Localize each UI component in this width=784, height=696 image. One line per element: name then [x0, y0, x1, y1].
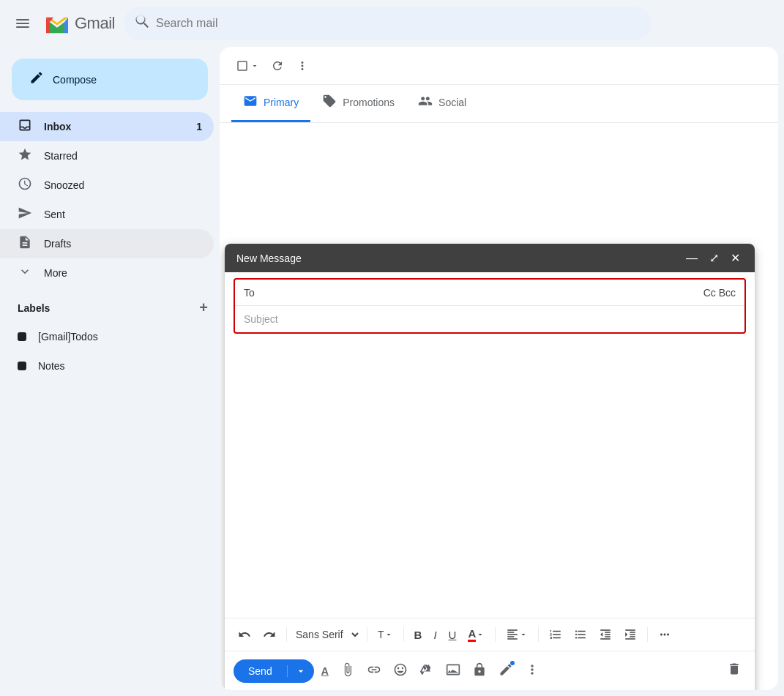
font-size-button[interactable]: T	[373, 626, 397, 643]
compose-minimize-button[interactable]: —	[683, 250, 701, 266]
format-text-button[interactable]: A	[317, 661, 333, 681]
labels-section: Labels + [Gmail]Todos Notes	[0, 288, 220, 386]
redo-button[interactable]	[258, 625, 280, 644]
fmt-sep-2	[367, 627, 367, 642]
select-all-button[interactable]	[231, 56, 264, 75]
pencil-icon	[29, 70, 44, 89]
to-input[interactable]	[264, 287, 703, 299]
svg-rect-0	[16, 19, 29, 20]
to-label: To	[244, 287, 258, 299]
font-color-button[interactable]: A	[463, 624, 489, 645]
label-gmail-todos[interactable]: [Gmail]Todos	[0, 322, 220, 351]
refresh-button[interactable]	[266, 55, 288, 77]
emoji-button[interactable]	[389, 658, 412, 684]
compose-header-buttons: — ⤢ ✕	[683, 250, 743, 266]
menu-button[interactable]	[12, 12, 34, 34]
search-icon	[135, 15, 150, 33]
send-button[interactable]: Send	[234, 659, 314, 683]
align-button[interactable]	[501, 625, 532, 644]
sidebar-item-inbox[interactable]: Inbox 1	[0, 112, 214, 141]
numbered-list-button[interactable]	[545, 625, 567, 644]
inbox-badge: 1	[196, 121, 202, 132]
clock-icon	[18, 176, 32, 195]
send-dropdown-button[interactable]	[287, 665, 314, 677]
email-toolbar	[220, 47, 778, 85]
tab-social-label: Social	[438, 97, 466, 108]
search-bar	[124, 7, 651, 40]
snoozed-label: Snoozed	[44, 179, 202, 191]
main-layout: Compose Inbox 1 Starred	[0, 47, 784, 696]
svg-rect-1	[16, 23, 29, 24]
fmt-sep-5	[538, 627, 539, 642]
compose-fields: To Cc Bcc	[234, 278, 746, 334]
delete-compose-button[interactable]	[723, 657, 746, 684]
more-label: More	[44, 267, 202, 279]
label-dot-notes	[18, 362, 26, 370]
sidebar-item-drafts[interactable]: Drafts	[0, 229, 214, 258]
tab-promotions[interactable]: Promotions	[310, 85, 406, 122]
search-input[interactable]	[156, 17, 639, 30]
lock-button[interactable]	[468, 658, 491, 684]
sidebar-item-sent[interactable]: Sent	[0, 200, 214, 229]
draft-icon	[18, 235, 32, 253]
add-label-button[interactable]: +	[199, 299, 208, 316]
sidebar-item-more[interactable]: More	[0, 258, 214, 288]
tab-social[interactable]: Social	[406, 85, 478, 122]
compose-subject-field	[235, 306, 744, 332]
compose-body[interactable]	[225, 340, 755, 618]
underline-button[interactable]: U	[444, 626, 461, 644]
italic-button[interactable]: I	[429, 626, 441, 644]
drive-button[interactable]	[415, 658, 438, 684]
topbar: Gmail	[0, 0, 784, 47]
sidebar-item-starred[interactable]: Starred	[0, 141, 214, 171]
send-icon	[18, 206, 32, 224]
compose-window: New Message — ⤢ ✕ To Cc Bcc	[225, 244, 755, 690]
compose-title: New Message	[236, 252, 683, 264]
cc-bcc-button[interactable]: Cc Bcc	[703, 287, 736, 299]
primary-tab-icon	[243, 94, 258, 111]
compose-header[interactable]: New Message — ⤢ ✕	[225, 244, 755, 272]
bold-button[interactable]: B	[410, 626, 427, 644]
label-todos-text: [Gmail]Todos	[38, 331, 98, 343]
sidebar: Compose Inbox 1 Starred	[0, 47, 220, 696]
undo-button[interactable]	[234, 625, 255, 644]
content-area: Primary Promotions Social	[220, 47, 778, 690]
more-options-button[interactable]	[291, 55, 313, 77]
starred-label: Starred	[44, 150, 202, 162]
label-dot-todos	[18, 332, 26, 341]
indent-more-button[interactable]	[619, 625, 641, 644]
bulleted-list-button[interactable]	[570, 625, 591, 644]
compose-formatting-toolbar: Sans Serif Serif Monospace T B I U A	[225, 618, 755, 651]
font-family-select[interactable]: Sans Serif Serif Monospace	[293, 628, 361, 641]
link-button[interactable]	[362, 658, 386, 684]
compose-close-button[interactable]: ✕	[728, 250, 743, 266]
labels-heading: Labels	[18, 302, 50, 314]
social-tab-icon	[418, 94, 433, 111]
compose-expand-button[interactable]: ⤢	[706, 250, 722, 266]
subject-input[interactable]	[244, 313, 736, 325]
promotions-tab-icon	[322, 94, 337, 111]
indent-less-button[interactable]	[594, 625, 616, 644]
compose-actions: Send A	[225, 651, 755, 690]
gmail-logo[interactable]: Gmail	[42, 9, 115, 38]
tab-promotions-label: Promotions	[343, 97, 395, 108]
tab-primary-label: Primary	[264, 97, 299, 108]
inbox-icon	[18, 118, 32, 136]
app-name: Gmail	[75, 14, 115, 33]
chevron-down-icon	[18, 264, 32, 282]
svg-rect-2	[16, 26, 29, 28]
attach-button[interactable]	[336, 658, 359, 684]
compose-button[interactable]: Compose	[12, 59, 208, 100]
signature-button[interactable]	[494, 658, 518, 684]
more-options-compose-button[interactable]	[520, 658, 544, 684]
tab-primary[interactable]: Primary	[231, 85, 310, 122]
more-formatting-button[interactable]	[654, 625, 676, 644]
sidebar-item-snoozed[interactable]: Snoozed	[0, 171, 214, 200]
sent-label: Sent	[44, 209, 202, 220]
send-label: Send	[234, 665, 287, 677]
compose-to-field: To Cc Bcc	[235, 280, 744, 306]
labels-header: Labels +	[0, 293, 220, 322]
label-notes[interactable]: Notes	[0, 351, 220, 381]
star-icon	[18, 147, 32, 165]
photo-button[interactable]	[441, 658, 465, 684]
